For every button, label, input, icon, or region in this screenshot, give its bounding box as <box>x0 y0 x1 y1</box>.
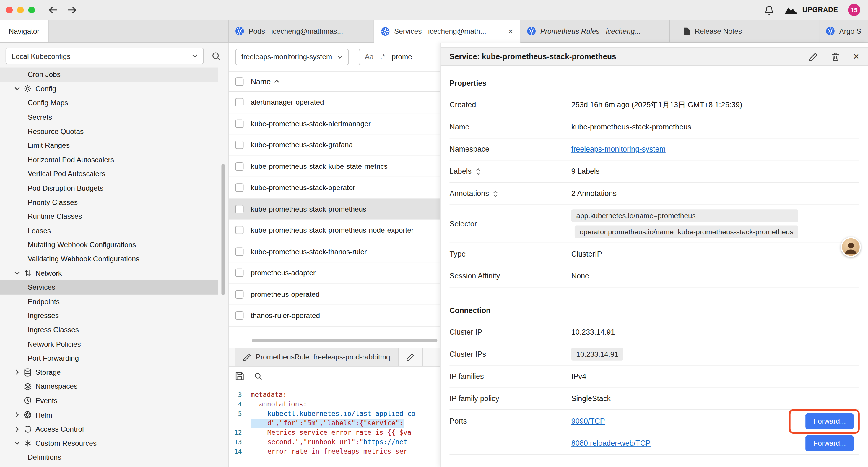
sidebar-item-horizontal-pod-autoscalers[interactable]: Horizontal Pod Autoscalers <box>0 152 218 167</box>
notification-count-badge[interactable]: 15 <box>848 4 860 16</box>
notifications-bell-icon[interactable] <box>764 5 775 16</box>
sidebar-item-secrets[interactable]: Secrets <box>0 110 218 124</box>
tab-prometheus-rules[interactable]: Prometheus Rules - icecheng... <box>520 20 670 42</box>
regex-toggle[interactable]: .* <box>380 53 385 61</box>
chevron-right-icon[interactable] <box>13 370 21 375</box>
property-row-labels: Labels 9 Labels <box>450 160 859 183</box>
sidebar-search-icon[interactable] <box>208 48 224 63</box>
sort-ascending-icon <box>274 80 280 83</box>
chevron-down-icon[interactable] <box>13 271 21 274</box>
sidebar-item-namespaces[interactable]: Namespaces <box>0 380 218 394</box>
row-checkbox[interactable] <box>235 119 243 128</box>
settings-icon <box>23 85 32 92</box>
drawer-body: Properties Created 253d 16h 6m ago (2025… <box>440 66 868 467</box>
close-icon[interactable]: × <box>853 52 859 61</box>
sidebar-item-mutating-webhook-configurations[interactable]: Mutating Webhook Configurations <box>0 238 218 252</box>
sidebar-item-priority-classes[interactable]: Priority Classes <box>0 195 218 209</box>
horizontal-scrollbar[interactable] <box>252 339 438 342</box>
sidebar-item-ingresses[interactable]: Ingresses <box>0 309 218 323</box>
chevron-down-icon[interactable] <box>13 442 21 445</box>
row-checkbox[interactable] <box>235 226 243 234</box>
navigator-sidebar: Local Kubeconfigs Cron Jobs Config Confi… <box>0 42 229 467</box>
property-row-type: Type ClusterIP <box>450 243 859 265</box>
delete-icon[interactable] <box>832 52 840 61</box>
tab-release-notes[interactable]: Release Notes <box>670 20 819 42</box>
sidebar-item-custom-resources[interactable]: Custom Resources <box>0 436 218 450</box>
back-icon[interactable] <box>48 6 58 14</box>
row-checkbox[interactable] <box>235 290 243 298</box>
sidebar-item-config[interactable]: Config <box>0 82 218 96</box>
sidebar-scrollbar[interactable] <box>221 164 224 295</box>
row-checkbox[interactable] <box>235 311 243 320</box>
sidebar-item-network-policies[interactable]: Network Policies <box>0 337 218 351</box>
sidebar-item-resource-quotas[interactable]: Resource Quotas <box>0 124 218 138</box>
row-checkbox[interactable] <box>235 162 243 171</box>
sidebar-item-runtime-classes[interactable]: Runtime Classes <box>0 209 218 224</box>
kubernetes-icon <box>826 27 835 35</box>
navigator-panel-tab[interactable]: Navigator <box>0 20 49 42</box>
sidebar-item-access-control[interactable]: Access Control <box>0 422 218 436</box>
editor-tab-prometheusrule[interactable]: PrometheusRule: freeleaps-prod-rabbitmq <box>235 348 398 366</box>
upgrade-button[interactable]: UPGRADE <box>785 6 838 14</box>
expand-collapse-icon[interactable] <box>475 168 481 175</box>
minimize-window-button[interactable] <box>17 6 24 13</box>
sidebar-item-events[interactable]: Events <box>0 394 218 408</box>
sidebar-item-network[interactable]: Network <box>0 266 218 280</box>
match-case-toggle[interactable]: Aa <box>365 53 374 61</box>
sidebar-item-services[interactable]: Services <box>0 280 218 294</box>
kubeconfig-selector[interactable]: Local Kubeconfigs <box>6 48 204 64</box>
sidebar-item-definitions[interactable]: Definitions <box>0 450 218 464</box>
select-all-checkbox[interactable] <box>235 77 243 85</box>
sidebar-item-helm[interactable]: Helm <box>0 408 218 422</box>
tab-strip-spacer <box>49 20 229 42</box>
port-link[interactable]: 9090/TCP <box>571 417 605 425</box>
property-row-annotations: Annotations 2 Annotations <box>450 183 859 205</box>
tab-pods[interactable]: Pods - icecheng@mathmas... <box>229 20 374 42</box>
row-checkbox[interactable] <box>235 141 243 149</box>
chevron-right-icon[interactable] <box>13 412 21 418</box>
close-window-button[interactable] <box>6 6 13 13</box>
edit-icon[interactable] <box>809 52 818 61</box>
search-icon[interactable] <box>254 372 262 380</box>
sidebar-item-config-maps[interactable]: Config Maps <box>0 96 218 110</box>
forward-button[interactable]: Forward... <box>806 435 854 451</box>
editor-tab-partial[interactable] <box>399 348 423 366</box>
helm-icon <box>23 411 32 418</box>
sidebar-item-endpoints[interactable]: Endpoints <box>0 294 218 309</box>
properties-heading: Properties <box>450 79 859 87</box>
close-tab-icon[interactable]: × <box>508 27 513 36</box>
row-checkbox[interactable] <box>235 98 243 107</box>
column-header-name[interactable]: Name <box>251 77 279 85</box>
sidebar-item-port-forwarding[interactable]: Port Forwarding <box>0 351 218 365</box>
expand-collapse-icon[interactable] <box>493 190 498 198</box>
port-link[interactable]: 8080:reloader-web/TCP <box>571 439 651 447</box>
row-checkbox[interactable] <box>235 247 243 256</box>
namespace-link[interactable]: freeleaps-monitoring-system <box>571 145 665 153</box>
sidebar-item-limit-ranges[interactable]: Limit Ranges <box>0 138 218 152</box>
chevron-down-icon[interactable] <box>13 87 21 90</box>
forward-icon[interactable] <box>67 6 77 14</box>
save-icon[interactable] <box>235 372 244 380</box>
sidebar-item-leases[interactable]: Leases <box>0 224 218 238</box>
app-window: UPGRADE 15 Navigator Pods - icecheng@mat… <box>0 0 868 467</box>
row-checkbox[interactable] <box>235 269 243 277</box>
resource-tree: Cron Jobs Config Config Maps Secrets Res… <box>0 68 218 465</box>
sidebar-item-validating-webhook-configurations[interactable]: Validating Webhook Configurations <box>0 252 218 266</box>
sidebar-item-ingress-classes[interactable]: Ingress Classes <box>0 323 218 337</box>
namespace-filter-dropdown[interactable]: freeleaps-monitoring-system <box>235 49 349 65</box>
chevron-right-icon[interactable] <box>13 426 21 432</box>
property-row-created: Created 253d 16h 6m ago (2025年1月13日 GMT+… <box>450 94 859 116</box>
avatar[interactable] <box>841 237 861 257</box>
sidebar-item-vertical-pod-autoscalers[interactable]: Vertical Pod Autoscalers <box>0 167 218 181</box>
row-checkbox[interactable] <box>235 183 243 192</box>
property-row-name: Name kube-prometheus-stack-prometheus <box>450 116 859 138</box>
tab-services[interactable]: Services - icecheng@math... × <box>374 20 521 42</box>
tab-argo[interactable]: Argo S <box>819 20 868 42</box>
sidebar-item-storage[interactable]: Storage <box>0 365 218 380</box>
zoom-window-button[interactable] <box>28 6 35 13</box>
row-checkbox[interactable] <box>235 205 243 213</box>
sidebar-item-pod-disruption-budgets[interactable]: Pod Disruption Budgets <box>0 181 218 195</box>
sidebar-item-cron-jobs[interactable]: Cron Jobs <box>0 68 218 82</box>
forward-button[interactable]: Forward... <box>806 413 854 429</box>
titlebar: UPGRADE 15 <box>0 0 868 20</box>
